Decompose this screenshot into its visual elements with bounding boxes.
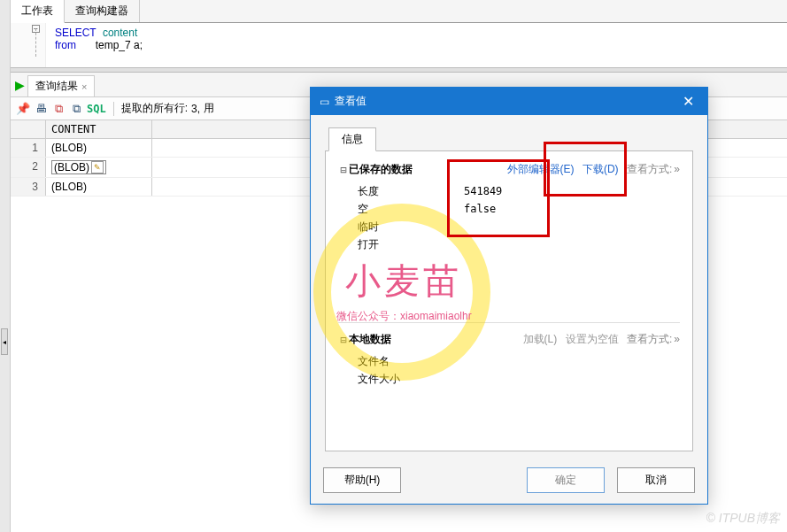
view-value-dialog: ▭ 查看值 ✕ 信息 ⊟ 已保存的数据 外部编辑器(E) 下载(D) 查看方式:… bbox=[310, 87, 708, 505]
download-link[interactable]: 下载(D) bbox=[583, 163, 619, 175]
set-null-link[interactable]: 设置为空值 bbox=[566, 333, 619, 345]
status-suffix: 用 bbox=[204, 101, 214, 116]
arrow-icon[interactable]: » bbox=[674, 163, 680, 175]
status-count: 3, bbox=[191, 103, 200, 115]
cancel-button[interactable]: 取消 bbox=[617, 467, 695, 493]
external-editor-link[interactable]: 外部编辑器(E) bbox=[507, 163, 575, 175]
kw-from: from bbox=[55, 39, 76, 51]
dialog-icon: ▭ bbox=[320, 96, 329, 108]
length-value: 541849 bbox=[464, 182, 502, 200]
row-num: 2 bbox=[11, 158, 46, 177]
filename-label: 文件名 bbox=[358, 352, 411, 370]
sql-badge[interactable]: SQL bbox=[87, 103, 106, 115]
local-data-heading: 本地数据 bbox=[349, 332, 391, 347]
copy-icon[interactable]: ⧉ bbox=[51, 102, 66, 116]
blob-cell[interactable]: (BLOB) bbox=[51, 142, 87, 154]
open-label: 打开 bbox=[358, 235, 411, 253]
view-mode-label: 查看方式: bbox=[627, 333, 672, 345]
left-gutter: ◂ bbox=[0, 0, 11, 532]
null-value: false bbox=[464, 200, 496, 218]
row-num: 1 bbox=[11, 139, 46, 157]
top-tabs: 工作表 查询构建器 bbox=[11, 0, 787, 23]
tbl-name: temp_7 a; bbox=[96, 39, 143, 51]
tab-info[interactable]: 信息 bbox=[328, 127, 376, 151]
corner-watermark: © ITPUB博客 bbox=[706, 511, 780, 527]
ok-button[interactable]: 确定 bbox=[527, 467, 605, 493]
tab-query-builder[interactable]: 查询构建器 bbox=[65, 0, 140, 22]
status-prefix: 提取的所有行: bbox=[121, 101, 188, 116]
saved-data-heading: 已保存的数据 bbox=[349, 162, 413, 177]
sql-text[interactable]: SELECT content from temp_7 a; bbox=[46, 23, 151, 67]
help-button[interactable]: 帮助(H) bbox=[323, 467, 401, 493]
load-link[interactable]: 加载(L) bbox=[523, 333, 558, 345]
temp-label: 临时 bbox=[358, 218, 411, 235]
close-icon[interactable]: ✕ bbox=[672, 93, 704, 110]
pin-icon[interactable]: 📌 bbox=[16, 102, 30, 116]
column-header[interactable]: CONTENT bbox=[46, 120, 152, 138]
dialog-titlebar[interactable]: ▭ 查看值 ✕ bbox=[311, 88, 707, 115]
collapse-handle[interactable]: ◂ bbox=[1, 328, 8, 355]
kw-select: SELECT bbox=[55, 27, 96, 39]
view-mode-label: 查看方式: bbox=[627, 163, 672, 175]
collapse-toggle[interactable]: ⊟ bbox=[338, 334, 349, 346]
sql-editor[interactable]: − SELECT content from temp_7 a; bbox=[11, 23, 787, 67]
close-icon[interactable]: × bbox=[81, 81, 87, 92]
info-panel: ⊟ 已保存的数据 外部编辑器(E) 下载(D) 查看方式:» 长度541849 … bbox=[325, 150, 693, 451]
edit-icon[interactable]: ✎ bbox=[91, 161, 104, 173]
tab-worksheet[interactable]: 工作表 bbox=[11, 0, 65, 23]
play-icon: ▶ bbox=[15, 78, 25, 92]
print-icon[interactable]: 🖶 bbox=[34, 102, 48, 116]
dialog-title: 查看值 bbox=[335, 94, 366, 109]
blob-value: (BLOB) bbox=[54, 161, 89, 173]
export-icon[interactable]: ⧉ bbox=[69, 102, 83, 116]
blob-cell[interactable]: (BLOB) bbox=[51, 181, 87, 193]
arrow-icon[interactable]: » bbox=[674, 333, 680, 345]
length-label: 长度 bbox=[358, 182, 411, 200]
null-label: 空 bbox=[358, 200, 411, 218]
sql-gutter: − bbox=[11, 23, 46, 67]
tab-query-result[interactable]: 查询结果 × bbox=[27, 75, 95, 96]
blob-cell[interactable]: (BLOB) ✎ bbox=[51, 160, 106, 174]
result-tab-label: 查询结果 bbox=[35, 79, 78, 94]
col-content: content bbox=[103, 27, 137, 39]
filesize-label: 文件大小 bbox=[358, 370, 428, 388]
rownum-header bbox=[11, 120, 46, 138]
row-num: 3 bbox=[11, 178, 46, 196]
collapse-toggle[interactable]: ⊟ bbox=[338, 164, 349, 176]
